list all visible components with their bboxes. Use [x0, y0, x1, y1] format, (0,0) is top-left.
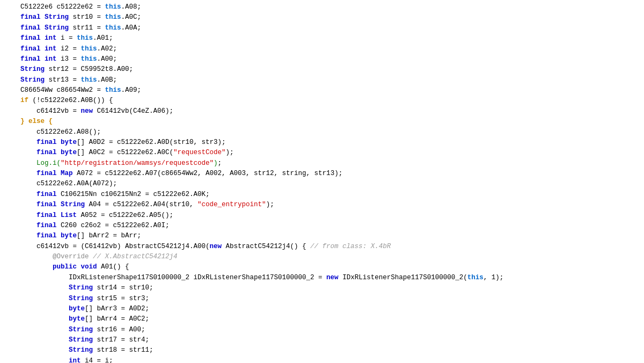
- code-line: String str18 = str11;: [0, 345, 644, 355]
- code-line: final C260 c26o2 = c51222e62.A0I;: [0, 221, 644, 231]
- code-line: final Map A072 = c51222e62.A07(c86654Ww2…: [0, 169, 644, 179]
- code-line: String str14 = str10;: [0, 283, 644, 293]
- code-line: String str15 = str3;: [0, 294, 644, 304]
- code-line: } else {: [0, 117, 644, 127]
- code-line: final String str10 = this.A0C;: [0, 12, 644, 23]
- code-line: byte[] bArr3 = A0D2;: [0, 304, 644, 314]
- code-line: final int i = this.A01;: [0, 33, 644, 43]
- code-line: c51222e62.A08();: [0, 127, 644, 137]
- code-line: c61412vb = new C61412vb(C4eZ.A06);: [0, 106, 644, 117]
- code-line: c61412vb = (C61412vb) AbstractC54212j4.A…: [0, 242, 644, 252]
- code-line: C51222e6 c51222e62 = this.A08;: [0, 2, 644, 12]
- code-line: String str12 = C59952t8.A00;: [0, 64, 644, 75]
- code-line: int i4 = i;: [0, 356, 644, 363]
- code-line: @Override // X.AbstractC54212j4: [0, 252, 644, 262]
- code-line: final byte[] A0C2 = c51222e62.A0C("reque…: [0, 148, 644, 158]
- code-line: final int i2 = this.A02;: [0, 44, 644, 54]
- code-line: String str17 = str4;: [0, 335, 644, 345]
- code-line: String str13 = this.A0B;: [0, 75, 644, 85]
- code-container: C51222e6 c51222e62 = this.A08; final Str…: [0, 0, 644, 363]
- code-line: C86654Ww c86654Ww2 = this.A09;: [0, 85, 644, 96]
- code-line: final C106215Nn c106215Nn2 = c51222e62.A…: [0, 190, 644, 200]
- code-line: final byte[] bArr2 = bArr;: [0, 231, 644, 241]
- code-line: final byte[] A0D2 = c51222e62.A0D(str10,…: [0, 137, 644, 148]
- code-line: byte[] bArr4 = A0C2;: [0, 314, 644, 324]
- code-line: Log.i("http/registration/wamsys/requestc…: [0, 158, 644, 169]
- code-line: String str16 = A00;: [0, 325, 644, 335]
- code-line: IDxRListenerShape117S0100000_2 iDxRListe…: [0, 273, 644, 283]
- code-line: final String str11 = this.A0A;: [0, 23, 644, 33]
- code-line: final int i3 = this.A00;: [0, 54, 644, 64]
- code-line: final String A04 = c51222e62.A04(str10, …: [0, 200, 644, 210]
- code-line: public void A01() {: [0, 262, 644, 272]
- code-line: if (!c51222e62.A0B()) {: [0, 96, 644, 106]
- code-line: c51222e62.A0A(A072);: [0, 179, 644, 189]
- code-line: final List A052 = c51222e62.A05();: [0, 210, 644, 221]
